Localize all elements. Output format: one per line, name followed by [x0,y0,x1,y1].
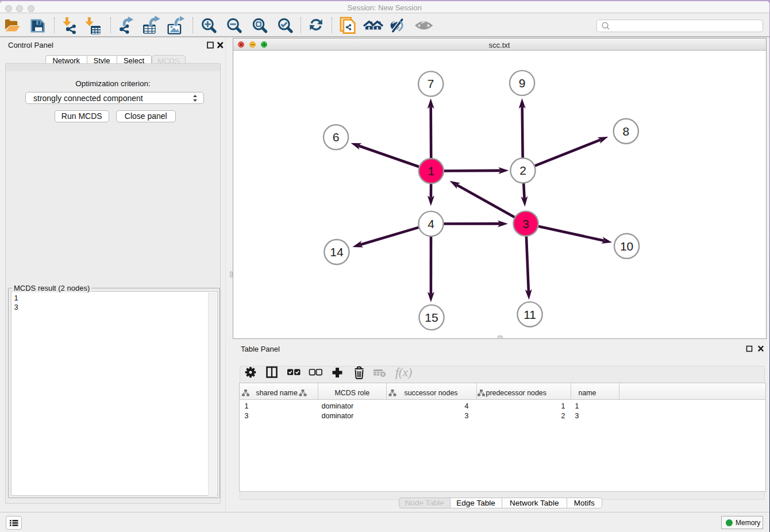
svg-text:11: 11 [523,307,536,321]
svg-text:6: 6 [332,130,339,144]
svg-text:f(x): f(x) [395,365,412,379]
svg-text:10: 10 [619,239,633,252]
svg-text:8: 8 [622,124,629,137]
svg-text:14: 14 [330,245,344,258]
svg-text:15: 15 [425,310,438,323]
svg-text:4: 4 [428,217,434,230]
svg-text:1: 1 [428,164,434,177]
svg-text:3: 3 [522,217,529,230]
svg-text:2: 2 [519,164,526,177]
svg-text:9: 9 [518,76,525,89]
svg-text:7: 7 [427,77,434,90]
